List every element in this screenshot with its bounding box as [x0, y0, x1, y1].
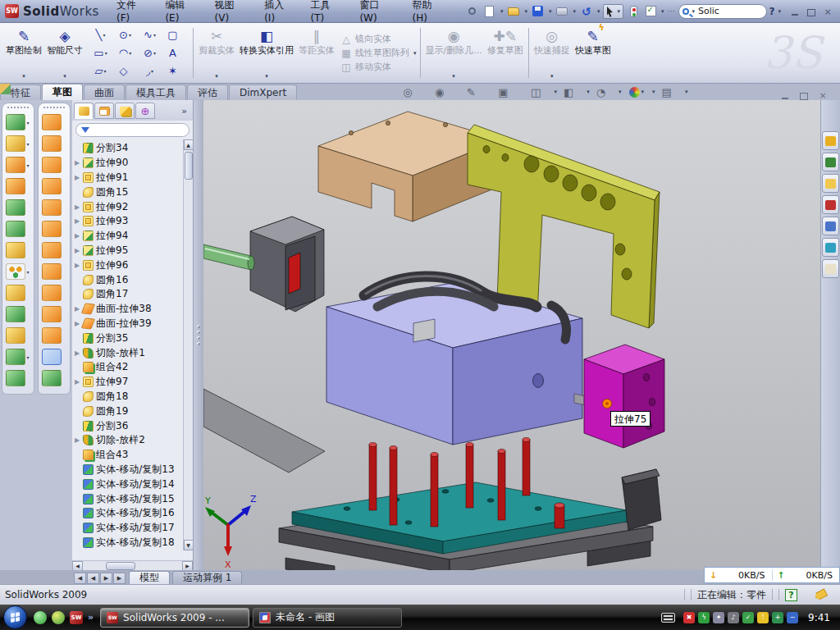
- mold-tool-button[interactable]: ▾: [42, 349, 66, 365]
- pattern-tool-button[interactable]: ◫移动实体: [340, 61, 409, 73]
- feature-tool-button[interactable]: ▾: [6, 306, 30, 322]
- task-pane-tab[interactable]: [822, 238, 839, 257]
- tree-item[interactable]: ▶ 切除-放样2: [74, 433, 193, 448]
- expand-arrow-icon[interactable]: ▶: [74, 378, 80, 386]
- toolbar-grip[interactable]: [43, 107, 65, 108]
- feature-tool-button[interactable]: ▾: [6, 263, 30, 280]
- doc-close-button[interactable]: ×: [817, 90, 829, 100]
- tray-icon[interactable]: ♪: [728, 612, 739, 623]
- expand-arrow-icon[interactable]: ▶: [74, 349, 80, 357]
- ribbon-tab[interactable]: 评估: [187, 84, 228, 100]
- sketch-entity-button[interactable]: ▱▾: [89, 62, 113, 80]
- tree-item[interactable]: ▶ 组合43: [74, 448, 193, 463]
- first-tab-button[interactable]: ◀: [74, 573, 86, 584]
- expand-arrow-icon[interactable]: ▶: [74, 159, 80, 167]
- hud-icon[interactable]: ◎▾: [403, 86, 429, 98]
- part-gray-wedge[interactable]: [203, 389, 325, 472]
- feature-tool-button[interactable]: ▾: [6, 370, 30, 386]
- scroll-right-icon[interactable]: ▶: [182, 561, 193, 571]
- sketch-entity-button[interactable]: ◇▾: [113, 62, 138, 80]
- smart-dimension-button[interactable]: ◈ 智能尺寸 ▾: [44, 25, 85, 81]
- minimize-button[interactable]: [789, 7, 801, 16]
- select-tool-button[interactable]: ▾: [603, 4, 623, 19]
- tree-item[interactable]: ▶ 实体-移动/复制13: [74, 463, 193, 477]
- feature-tool-button[interactable]: ▾: [6, 349, 30, 365]
- display-delete-relations-button[interactable]: ◉ 显示/删除几... ▾: [423, 25, 485, 81]
- part-gray-clamp[interactable]: [250, 217, 324, 312]
- repair-sketch-button[interactable]: ✚✎ 修复草图: [485, 25, 526, 81]
- mold-tool-button[interactable]: ▾: [42, 157, 66, 173]
- taskbar-window-button[interactable]: 未命名 - 画图: [253, 608, 402, 628]
- expand-arrow-icon[interactable]: ▶: [74, 174, 80, 181]
- panel-expand-button[interactable]: »: [181, 106, 191, 116]
- mold-tool-button[interactable]: ▾: [42, 306, 66, 322]
- menu-item[interactable]: 插入(I): [255, 0, 301, 24]
- hud-icon[interactable]: ▾: [651, 89, 656, 95]
- doc-restore-button[interactable]: [798, 90, 810, 100]
- toolbar-grip[interactable]: [7, 107, 29, 108]
- ribbon-tab[interactable]: DimXpert: [229, 84, 297, 100]
- tree-item[interactable]: ▶ 拉伸96: [74, 258, 193, 272]
- sketch-entity-button[interactable]: ◠▾: [113, 44, 138, 62]
- hud-icon[interactable]: ◉▾: [435, 86, 461, 98]
- menu-item[interactable]: 帮助(H): [403, 0, 453, 24]
- tree-item[interactable]: ▶ 圆角16: [74, 272, 193, 287]
- sketch-entity-button[interactable]: ⊘▾: [138, 44, 162, 62]
- rebuild-button[interactable]: [626, 4, 641, 19]
- expand-arrow-icon[interactable]: ▶: [74, 320, 80, 327]
- mold-tool-button[interactable]: ▾: [42, 199, 66, 216]
- tree-item[interactable]: ▶ 实体-移动/复制17: [74, 521, 193, 536]
- quicklaunch-app-icon[interactable]: [52, 611, 65, 624]
- scroll-up-icon[interactable]: ▲: [184, 139, 194, 150]
- task-pane-tab[interactable]: [822, 131, 839, 150]
- ribbon-tab[interactable]: 曲面: [84, 84, 125, 100]
- task-pane-tab[interactable]: [822, 153, 839, 171]
- new-document-button[interactable]: [482, 4, 497, 19]
- scroll-left-icon[interactable]: ◀: [72, 561, 83, 571]
- sketch-entity-button[interactable]: ▭▾: [89, 44, 113, 62]
- sketch-entity-button[interactable]: ∿▾: [138, 26, 162, 44]
- feature-tool-button[interactable]: ▾: [6, 114, 30, 130]
- tree-item[interactable]: ▶ 实体-移动/复制14: [74, 477, 193, 491]
- hud-icon[interactable]: ▣▾: [498, 86, 525, 98]
- mold-tool-button[interactable]: ▾: [42, 114, 66, 130]
- trim-entities-button[interactable]: ✂ 剪裁实体 ▾: [196, 25, 237, 81]
- menu-item[interactable]: 文件(F): [107, 0, 156, 24]
- sketch-entity-button[interactable]: ╲▾: [89, 26, 113, 44]
- graphics-viewport[interactable]: Y Z X 拉伸75: [203, 100, 820, 570]
- tree-horizontal-scrollbar[interactable]: ◀ ▶: [72, 560, 193, 570]
- panel-splitter[interactable]: [194, 100, 203, 570]
- help-button[interactable]: ?: [769, 6, 775, 17]
- solidworks-quicklaunch-icon[interactable]: SW: [70, 611, 83, 624]
- menu-item[interactable]: 工具(T): [302, 0, 351, 24]
- restore-button[interactable]: [806, 7, 817, 16]
- tree-item[interactable]: ▶ 拉伸91: [74, 171, 193, 185]
- ribbon-tab[interactable]: 草图: [42, 84, 83, 100]
- close-button[interactable]: ×: [822, 7, 833, 16]
- tray-icon[interactable]: !: [757, 612, 769, 623]
- mold-tool-button[interactable]: ▾: [42, 135, 66, 152]
- menu-item[interactable]: 编辑(E): [156, 0, 205, 24]
- ribbon-tab[interactable]: 模具工具: [126, 84, 186, 100]
- tree-item[interactable]: ▶ 拉伸93: [74, 214, 193, 229]
- search-input[interactable]: ▾ Solic: [678, 4, 767, 19]
- offset-entities-button[interactable]: ∥ 等距实体: [296, 25, 337, 81]
- configuration-manager-tab[interactable]: [115, 103, 135, 119]
- tray-icon[interactable]: ✓: [742, 612, 754, 623]
- feature-tool-button[interactable]: ▾: [6, 157, 30, 173]
- feature-tool-button[interactable]: ▾: [6, 135, 30, 152]
- tree-item[interactable]: ▶ 实体-移动/复制15: [74, 491, 193, 506]
- hud-icon[interactable]: ◔▾: [596, 86, 623, 98]
- tag-icon[interactable]: [814, 588, 829, 601]
- task-pane-tab[interactable]: [822, 259, 839, 278]
- tree-item[interactable]: ▶ 圆角15: [74, 185, 193, 199]
- pattern-tool-button[interactable]: ▦线性草图阵列: [340, 47, 409, 59]
- tray-icon[interactable]: ϟ: [698, 612, 710, 623]
- tray-icon[interactable]: +: [772, 612, 783, 623]
- tree-item[interactable]: ▶ 分割36: [74, 418, 193, 433]
- motion-study-tab[interactable]: 运动算例 1: [172, 571, 242, 584]
- expand-arrow-icon[interactable]: ▶: [74, 436, 80, 444]
- convert-entities-button[interactable]: ◧ 转换实体引用 ▾: [237, 25, 296, 81]
- mold-tool-button[interactable]: ▾: [42, 327, 66, 344]
- feature-tool-button[interactable]: ▾: [6, 242, 30, 258]
